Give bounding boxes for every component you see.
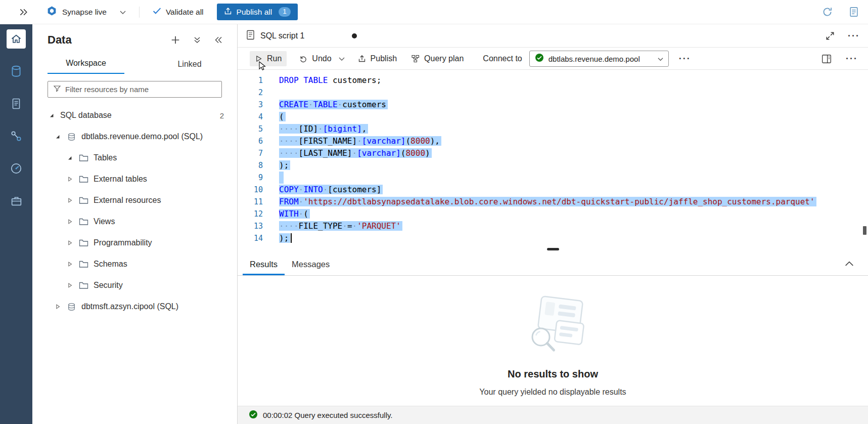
publish-icon	[224, 7, 232, 17]
code-token: TABLE	[303, 75, 328, 85]
tab-results[interactable]: Results	[243, 260, 285, 275]
code-token: [ID]	[299, 124, 318, 134]
code-token: [varchar]	[357, 148, 401, 158]
line-number[interactable]: 7	[238, 147, 263, 159]
code-line[interactable]: 7····[LAST_NAME]·[varchar](8000)	[238, 147, 868, 159]
code-line[interactable]: 5····[ID]·[bigint],	[238, 123, 868, 135]
task-list-icon[interactable]	[848, 6, 860, 18]
validate-all-button[interactable]: Validate all	[153, 7, 204, 17]
tab-messages[interactable]: Messages	[285, 260, 337, 275]
chevron-collapsed-icon[interactable]	[66, 282, 74, 288]
line-number[interactable]: 12	[238, 208, 263, 220]
code-line[interactable]: 6····[FIRST_NAME]·[varchar](8000),	[238, 135, 868, 147]
query-status-text: 00:00:02 Query executed successfully.	[263, 411, 393, 419]
code-line[interactable]: 4(	[238, 111, 868, 123]
undo-button[interactable]: Undo	[294, 51, 336, 66]
line-number[interactable]: 10	[238, 184, 263, 196]
synapse-logo	[47, 6, 57, 18]
tab-sql-script[interactable]: SQL script 1	[238, 24, 365, 47]
code-token: ····	[279, 136, 299, 146]
tree-item[interactable]: Security	[32, 275, 237, 296]
left-nav-rail	[0, 24, 32, 424]
chevron-collapsed-icon[interactable]	[66, 197, 74, 203]
chevron-expanded-icon[interactable]	[54, 134, 62, 140]
expand-nav-icon[interactable]	[17, 7, 29, 18]
top-bar: Synapse live Validate all Publish all 1	[0, 0, 868, 24]
nav-develop-icon[interactable]	[7, 94, 26, 113]
collapse-panel-icon[interactable]	[213, 35, 224, 45]
chevron-down-icon[interactable]	[120, 8, 126, 17]
line-number[interactable]: 13	[238, 220, 263, 232]
code-line[interactable]: 13····FILE_TYPE·=·'PARQUET'	[238, 220, 868, 232]
line-number[interactable]: 14	[238, 232, 263, 244]
line-number[interactable]: 2	[238, 87, 263, 99]
collapse-all-icon[interactable]	[192, 35, 202, 45]
collapse-results-icon[interactable]	[844, 260, 855, 268]
tree-item[interactable]: Programmability	[32, 232, 237, 253]
chevron-collapsed-icon[interactable]	[54, 304, 62, 310]
chevron-collapsed-icon[interactable]	[66, 261, 74, 267]
code-line[interactable]: 9	[238, 172, 868, 184]
undo-dropdown-icon[interactable]	[337, 54, 347, 64]
line-number[interactable]: 9	[238, 172, 263, 184]
tree-item[interactable]: Views	[32, 211, 237, 232]
filter-resources-input[interactable]	[65, 85, 216, 94]
line-number[interactable]: 5	[238, 123, 263, 135]
tab-workspace[interactable]: Workspace	[48, 59, 124, 74]
scrollbar-marker[interactable]	[863, 226, 866, 235]
code-line[interactable]: 10COPY·INTO·[customers]	[238, 184, 868, 196]
sql-pool-icon	[66, 133, 77, 141]
tab-linked[interactable]: Linked	[152, 60, 227, 74]
publish-button[interactable]: Publish	[353, 51, 402, 66]
results-tab-bar: Results Messages	[238, 253, 868, 276]
code-editor[interactable]: 1DROP TABLE customers;23CREATE·TABLE·cus…	[238, 70, 868, 245]
chevron-collapsed-icon[interactable]	[66, 240, 74, 246]
tree-item[interactable]: SQL database2	[32, 105, 237, 126]
code-line[interactable]: 1DROP TABLE customers;	[238, 74, 868, 87]
environment-switcher[interactable]: Synapse live	[47, 6, 126, 18]
connect-to-dropdown[interactable]: dbtlabs.revenue.demo.pool	[529, 51, 669, 67]
script-toolbar: Run Undo Publish Query plan Connect to d…	[238, 48, 868, 70]
tree-item[interactable]: Tables	[32, 147, 237, 168]
line-number[interactable]: 1	[238, 74, 263, 87]
nav-data-icon[interactable]	[7, 62, 26, 81]
chevron-collapsed-icon[interactable]	[66, 176, 74, 182]
run-button[interactable]: Run	[250, 51, 287, 66]
code-line[interactable]: 3CREATE·TABLE·customers	[238, 99, 868, 111]
tree-item[interactable]: External tables	[32, 168, 237, 190]
code-line[interactable]: 8);	[238, 159, 868, 172]
line-number[interactable]: 8	[238, 159, 263, 172]
nav-integrate-icon[interactable]	[7, 126, 26, 146]
nav-home-icon[interactable]	[7, 29, 26, 49]
query-plan-label: Query plan	[424, 54, 464, 63]
splitter-handle[interactable]	[547, 248, 559, 250]
expand-editor-icon[interactable]	[825, 30, 836, 41]
line-number[interactable]: 11	[238, 196, 263, 208]
tree-item[interactable]: dbtmsft.azsyn.cipool (SQL)	[32, 296, 237, 317]
line-number[interactable]: 4	[238, 111, 263, 123]
tree-item[interactable]: External resources	[32, 190, 237, 211]
toolbar-overflow-icon[interactable]: ···	[846, 54, 858, 63]
chevron-expanded-icon[interactable]	[48, 112, 56, 118]
code-line[interactable]: 11FROM·'https://dbtlabsynapsedatalake.bl…	[238, 196, 868, 208]
tree-item[interactable]: dbtlabs.revenue.demo.pool (SQL)	[32, 126, 237, 147]
line-number[interactable]: 6	[238, 135, 263, 147]
toolbar-more-actions-icon[interactable]: ···	[679, 54, 691, 63]
code-token: DROP	[279, 75, 299, 85]
add-resource-icon[interactable]	[170, 34, 181, 46]
selection-highlight: ····[FIRST_NAME]·[varchar](8000),	[279, 136, 441, 146]
code-line[interactable]: 2	[238, 87, 868, 99]
code-line[interactable]: 14);	[238, 232, 868, 244]
code-line[interactable]: 12WITH·(	[238, 208, 868, 220]
nav-manage-icon[interactable]	[7, 191, 26, 210]
line-number[interactable]: 3	[238, 99, 263, 111]
chevron-expanded-icon[interactable]	[66, 155, 74, 161]
chevron-collapsed-icon[interactable]	[66, 219, 74, 225]
refresh-icon[interactable]	[821, 6, 834, 18]
publish-all-button[interactable]: Publish all 1	[217, 4, 298, 20]
query-plan-button[interactable]: Query plan	[406, 51, 469, 66]
tree-item[interactable]: Schemas	[32, 253, 237, 275]
tab-more-actions-icon[interactable]: ···	[848, 31, 860, 40]
nav-monitor-icon[interactable]	[7, 159, 26, 178]
properties-icon[interactable]	[820, 53, 833, 65]
